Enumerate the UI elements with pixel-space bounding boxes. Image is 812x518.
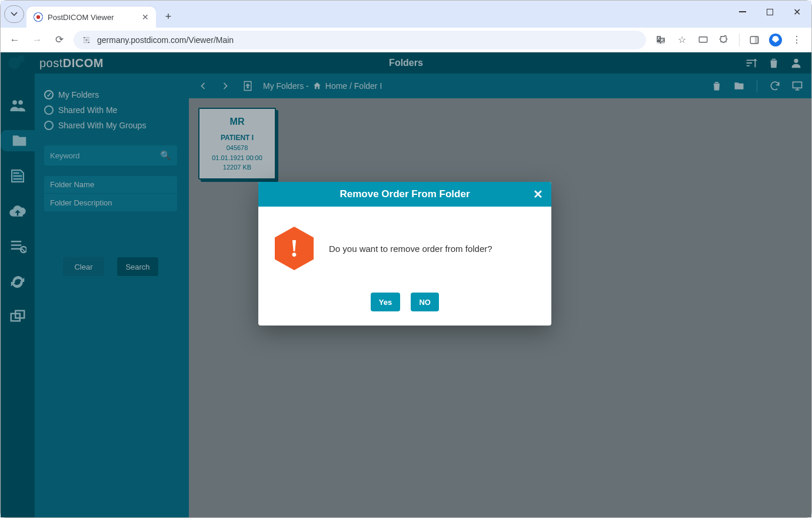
new-tab-button[interactable]: + [159, 8, 177, 25]
browser-toolbar: ← → ⟳ germany.postdicom.com/Viewer/Main … [1, 28, 811, 52]
bookmark-icon[interactable]: ☆ [673, 31, 691, 49]
favicon-icon [34, 12, 43, 22]
nav-back-button[interactable]: ← [6, 32, 23, 48]
url-text: germany.postdicom.com/Viewer/Main [97, 35, 234, 45]
tab-switcher-button[interactable] [4, 5, 24, 23]
modal-title: Remove Order From Folder [340, 188, 470, 200]
browser-tab[interactable]: PostDICOM Viewer ✕ [26, 6, 156, 28]
modal-no-button[interactable]: NO [411, 293, 439, 311]
profile-avatar[interactable] [767, 31, 784, 49]
svg-point-0 [84, 36, 85, 38]
modal-yes-button[interactable]: Yes [371, 293, 400, 311]
svg-point-1 [86, 39, 87, 40]
nav-forward-button[interactable]: → [29, 32, 45, 48]
site-settings-icon[interactable] [82, 35, 91, 45]
address-bar[interactable]: germany.postdicom.com/Viewer/Main [74, 31, 646, 49]
sidepanel-icon[interactable] [746, 31, 763, 49]
window-minimize-button[interactable] [729, 2, 756, 22]
cast-icon[interactable] [694, 31, 712, 49]
tab-close-button[interactable]: ✕ [142, 12, 149, 22]
svg-point-2 [88, 41, 89, 42]
browser-menu-button[interactable]: ⋮ [788, 31, 806, 49]
extensions-icon[interactable] [716, 31, 733, 49]
window-maximize-button[interactable] [756, 2, 783, 22]
modal-close-button[interactable]: ✕ [530, 187, 545, 202]
svg-rect-3 [699, 36, 707, 42]
toolbar-separator [739, 34, 740, 47]
window-close-button[interactable]: ✕ [783, 2, 810, 22]
remove-order-modal: Remove Order From Folder ✕ ! Do you want… [258, 182, 551, 326]
translate-icon[interactable] [652, 31, 670, 49]
tab-title: PostDICOM Viewer [48, 13, 137, 22]
modal-message: Do you want to remove order from folder? [329, 244, 492, 254]
browser-tabstrip: PostDICOM Viewer ✕ + ✕ [1, 1, 811, 28]
nav-reload-button[interactable]: ⟳ [51, 32, 68, 48]
warning-icon: ! [275, 227, 314, 270]
modal-header: Remove Order From Folder ✕ [258, 182, 551, 207]
svg-rect-5 [755, 36, 758, 44]
